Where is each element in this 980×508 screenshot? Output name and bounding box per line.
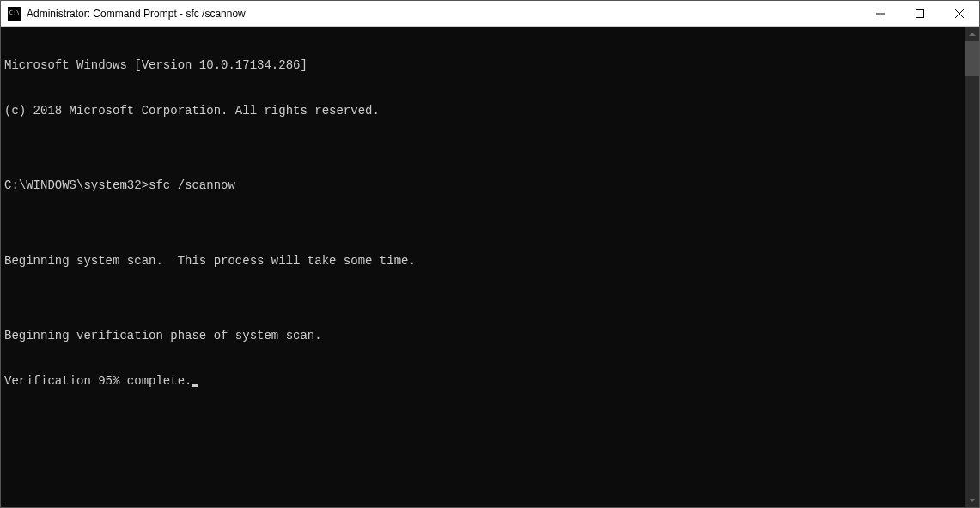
terminal-line: Microsoft Windows [Version 10.0.17134.28… [4,58,961,74]
svg-marker-5 [969,499,976,502]
command-prompt-icon [8,7,21,21]
minimize-button[interactable] [861,1,900,26]
scroll-up-icon[interactable] [965,27,979,41]
terminal-line: (c) 2018 Microsoft Corporation. All righ… [4,104,961,119]
terminal-output[interactable]: Microsoft Windows [Version 10.0.17134.28… [1,27,965,507]
vertical-scrollbar[interactable] [965,27,979,507]
maximize-button[interactable] [900,1,940,26]
window-controls [861,1,979,26]
titlebar[interactable]: Administrator: Command Prompt - sfc /sca… [1,1,979,27]
cursor-icon [192,384,198,387]
scrollbar-thumb[interactable] [965,41,979,76]
svg-rect-1 [916,9,924,17]
command-prompt-window: Administrator: Command Prompt - sfc /sca… [0,0,980,508]
terminal-line: Verification 95% complete. [4,374,961,390]
terminal-line: Beginning verification phase of system s… [4,329,961,344]
terminal-line: C:\WINDOWS\system32>sfc /scannow [4,178,961,194]
terminal-line: Beginning system scan. This process will… [4,254,961,269]
close-button[interactable] [940,1,979,26]
svg-marker-4 [969,33,976,36]
window-title: Administrator: Command Prompt - sfc /sca… [27,8,861,20]
window-body: Microsoft Windows [Version 10.0.17134.28… [1,27,979,507]
scroll-down-icon[interactable] [965,493,979,507]
